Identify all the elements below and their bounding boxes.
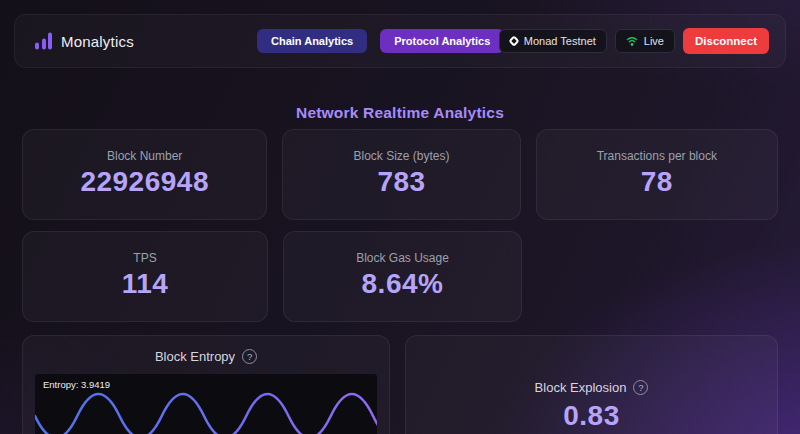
live-badge-label: Live: [644, 35, 664, 47]
help-icon[interactable]: ?: [633, 380, 648, 395]
main-content: Network Realtime Analytics Block Number …: [0, 68, 800, 434]
stat-label: TPS: [23, 251, 267, 265]
entropy-wave-line: [35, 382, 377, 434]
tab-protocol-analytics[interactable]: Protocol Analytics: [380, 29, 504, 53]
block-explosion-title: Block Explosion: [535, 380, 627, 395]
stat-card-block-gas-usage: Block Gas Usage 8.64%: [283, 231, 522, 322]
disconnect-button[interactable]: Disconnect: [683, 28, 769, 54]
network-badge-label: Monad Testnet: [524, 35, 596, 47]
stat-label: Block Size (bytes): [283, 149, 519, 163]
stats-row-1: Block Number 22926948 Block Size (bytes)…: [0, 129, 800, 220]
network-badge[interactable]: Monad Testnet: [499, 29, 607, 53]
nav-tabs: Chain Analytics Protocol Analytics: [257, 29, 504, 53]
stats-row-2: TPS 114 Block Gas Usage 8.64%: [0, 231, 800, 322]
brand-name: Monalytics: [61, 33, 134, 50]
tab-chain-analytics[interactable]: Chain Analytics: [257, 29, 367, 53]
stat-label: Block Gas Usage: [284, 251, 521, 265]
navbar: Monalytics Chain Analytics Protocol Anal…: [14, 14, 786, 68]
stat-card-block-size: Block Size (bytes) 783: [282, 129, 520, 220]
stat-label: Block Number: [23, 149, 266, 163]
block-explosion-card: Block Explosion ? 0.83: [405, 335, 778, 434]
stat-value: 22926948: [23, 166, 266, 198]
page-title: Network Realtime Analytics: [0, 104, 800, 122]
stat-value: 78: [537, 166, 777, 198]
stat-value: 783: [283, 166, 519, 198]
navbar-right-group: Monad Testnet Live Disconnect: [499, 28, 769, 54]
stat-value: 114: [23, 268, 267, 300]
entropy-chart: Entropy: 3.9419: [35, 374, 377, 434]
charts-row: Block Entropy ? Entropy: 3.9419: [0, 335, 800, 434]
live-status-badge: Live: [615, 29, 675, 53]
block-explosion-value: 0.83: [406, 400, 777, 432]
block-entropy-card: Block Entropy ? Entropy: 3.9419: [22, 335, 390, 434]
stat-card-tps: TPS 114: [22, 231, 268, 322]
bar-chart-icon: [35, 33, 52, 50]
brand-logo: Monalytics: [35, 33, 134, 50]
stat-card-block-number: Block Number 22926948: [22, 129, 267, 220]
help-icon[interactable]: ?: [242, 349, 257, 364]
stat-card-transactions-per-block: Transactions per block 78: [536, 129, 778, 220]
monad-diamond-icon: [508, 35, 519, 46]
block-entropy-title: Block Entropy: [155, 349, 235, 364]
stat-value: 8.64%: [284, 268, 521, 300]
signal-waves-icon: [626, 35, 638, 47]
stat-label: Transactions per block: [537, 149, 777, 163]
